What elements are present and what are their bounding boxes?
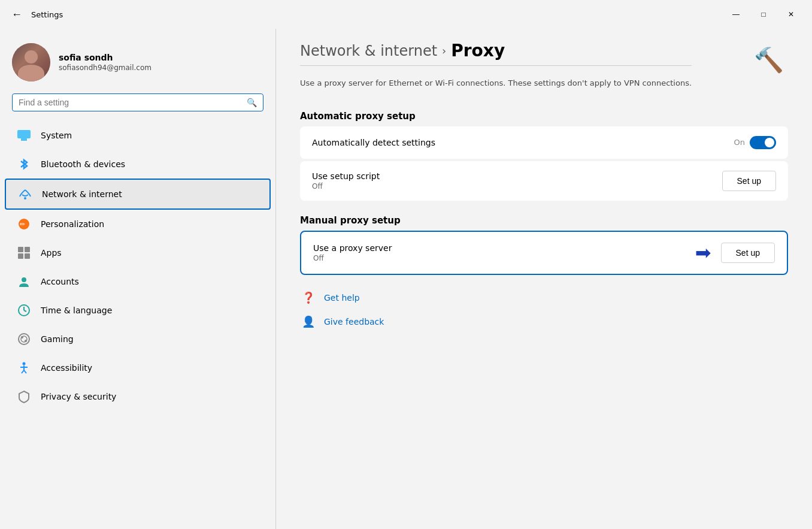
automatic-section-header: Automatic proxy setup [300, 111, 788, 122]
user-info: sofia sondh sofiasondh94@gmail.com [59, 53, 152, 72]
gaming-icon [17, 332, 31, 346]
sidebar-item-time[interactable]: Time & language [5, 296, 271, 325]
breadcrumb-container: Network & internet › Proxy Use a proxy s… [300, 41, 692, 101]
sidebar-item-apps[interactable]: Apps [5, 238, 271, 267]
privacy-icon [17, 389, 31, 404]
svg-rect-8 [25, 253, 30, 259]
sidebar-label-time: Time & language [41, 306, 112, 315]
sidebar-label-accounts: Accounts [41, 277, 79, 286]
get-help-link[interactable]: ❓ Get help [300, 289, 788, 306]
setup-script-row: Use setup script Off Set up [300, 161, 788, 201]
breadcrumb-current: Proxy [451, 41, 505, 61]
search-input[interactable] [19, 98, 242, 107]
svg-line-12 [24, 310, 26, 312]
auto-detect-toggle[interactable]: On [734, 136, 776, 149]
main-layout: sofia sondh sofiasondh94@gmail.com 🔍 Sys… [0, 29, 812, 529]
sidebar-item-network[interactable]: Network & internet [5, 179, 271, 210]
sidebar-item-privacy[interactable]: Privacy & security [5, 382, 271, 411]
sidebar-item-system[interactable]: System [5, 121, 271, 150]
svg-point-16 [25, 340, 27, 342]
personalization-icon: ✏ [17, 217, 31, 231]
svg-line-21 [24, 370, 26, 373]
use-proxy-status: Off [313, 254, 695, 262]
breadcrumb: Network & internet › Proxy [300, 41, 692, 61]
manual-proxy-card: Use a proxy server Off ➡ Set up [300, 231, 788, 275]
sidebar-label-network: Network & internet [42, 189, 122, 199]
search-icon: 🔍 [247, 98, 257, 107]
svg-text:✏: ✏ [20, 220, 26, 228]
setup-script-card: Use setup script Off Set up [300, 161, 788, 201]
sidebar-item-gaming[interactable]: Gaming [5, 325, 271, 353]
svg-point-15 [21, 336, 23, 338]
maximize-button[interactable]: □ [750, 5, 777, 24]
avatar [12, 43, 50, 81]
user-profile[interactable]: sofia sondh sofiasondh94@gmail.com [0, 29, 275, 93]
give-feedback-icon: 👤 [300, 313, 317, 330]
use-proxy-setup-button[interactable]: Set up [721, 243, 775, 263]
footer-links: ❓ Get help 👤 Give feedback [300, 289, 788, 330]
give-feedback-link[interactable]: 👤 Give feedback [300, 313, 788, 330]
setup-script-label: Use setup script [312, 171, 722, 181]
header-row: Network & internet › Proxy Use a proxy s… [300, 41, 788, 101]
auto-detect-status: On [734, 138, 745, 147]
network-icon [18, 187, 32, 201]
time-icon [17, 303, 31, 318]
give-feedback-text: Give feedback [324, 317, 384, 327]
window-controls: — □ ✕ [722, 5, 805, 24]
auto-detect-label: Automatically detect settings [312, 138, 734, 147]
minimize-button[interactable]: — [722, 5, 750, 24]
toggle-thumb [765, 138, 774, 147]
svg-point-9 [22, 277, 26, 282]
search-box: 🔍 [12, 93, 263, 111]
accounts-icon [17, 274, 31, 289]
setup-script-info: Use setup script Off [312, 171, 722, 191]
search-container: 🔍 [0, 93, 275, 121]
accessibility-icon [17, 361, 31, 375]
breadcrumb-chevron: › [442, 44, 446, 57]
svg-rect-6 [25, 247, 30, 252]
description-text: Use a proxy server for Ethernet or Wi-Fi… [300, 77, 692, 89]
close-button[interactable]: ✕ [777, 5, 805, 24]
content-area: Network & internet › Proxy Use a proxy s… [276, 29, 812, 529]
sidebar-label-system: System [41, 131, 72, 140]
sidebar-label-accessibility: Accessibility [41, 363, 92, 373]
titlebar: ← Settings — □ ✕ [0, 0, 812, 29]
use-proxy-info: Use a proxy server Off [313, 243, 695, 262]
toggle-track[interactable] [750, 136, 776, 149]
sidebar-label-apps: Apps [41, 248, 62, 258]
svg-point-17 [23, 362, 26, 365]
get-help-icon: ❓ [300, 289, 317, 306]
svg-rect-7 [18, 253, 23, 259]
user-email: sofiasondh94@gmail.com [59, 64, 152, 72]
user-name: sofia sondh [59, 53, 152, 62]
sidebar-label-personalization: Personalization [41, 219, 104, 229]
arrow-right-icon: ➡ [695, 241, 711, 264]
sidebar: sofia sondh sofiasondh94@gmail.com 🔍 Sys… [0, 29, 275, 529]
auto-detect-row[interactable]: Automatically detect settings On [300, 126, 788, 159]
get-help-text: Get help [324, 293, 360, 303]
breadcrumb-parent[interactable]: Network & internet [300, 43, 437, 59]
setup-script-status: Off [312, 182, 722, 191]
use-proxy-row: Use a proxy server Off ➡ Set up [301, 232, 787, 274]
svg-rect-5 [18, 247, 23, 252]
back-button[interactable]: ← [7, 5, 26, 24]
use-proxy-label: Use a proxy server [313, 243, 695, 253]
app-title: Settings [31, 10, 63, 19]
sidebar-item-accessibility[interactable]: Accessibility [5, 353, 271, 382]
sidebar-label-bluetooth: Bluetooth & devices [41, 159, 125, 169]
sidebar-item-accounts[interactable]: Accounts [5, 267, 271, 296]
automatic-proxy-card: Automatically detect settings On [300, 126, 788, 159]
svg-point-2 [24, 197, 26, 199]
setup-script-button[interactable]: Set up [722, 171, 776, 191]
bluetooth-icon [17, 157, 31, 171]
auto-detect-info: Automatically detect settings [312, 138, 734, 147]
sidebar-label-privacy: Privacy & security [41, 392, 116, 401]
sidebar-item-bluetooth[interactable]: Bluetooth & devices [5, 150, 271, 179]
svg-rect-1 [21, 138, 27, 141]
sidebar-label-gaming: Gaming [41, 334, 74, 344]
system-icon [17, 128, 31, 143]
sidebar-item-personalization[interactable]: ✏ Personalization [5, 210, 271, 238]
svg-rect-0 [17, 130, 31, 138]
hammer-icon: 🔨 [750, 41, 788, 79]
apps-icon [17, 246, 31, 260]
